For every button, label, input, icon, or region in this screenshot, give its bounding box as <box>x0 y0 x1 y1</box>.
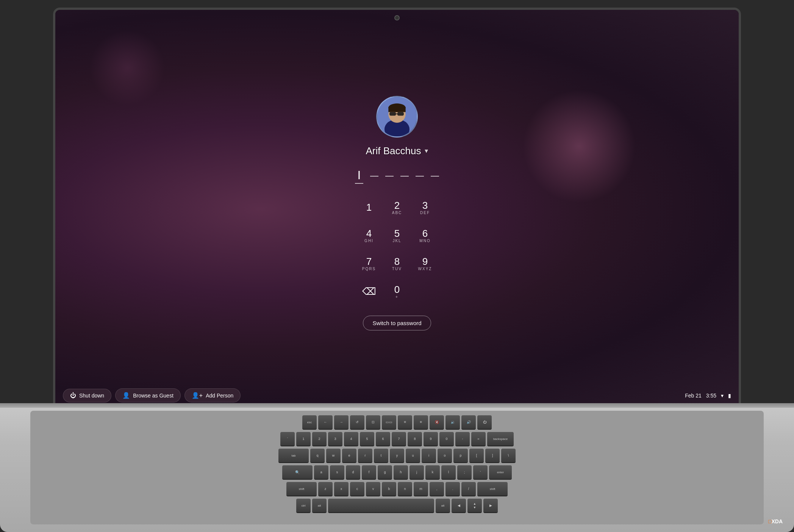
key-ctrl[interactable]: ctrl <box>296 499 311 513</box>
shut-down-button[interactable]: ⏻ Shut down <box>63 389 111 402</box>
key-3[interactable]: 3 <box>328 432 342 446</box>
key-slash[interactable]: / <box>461 482 476 496</box>
numpad-key-7[interactable]: 7 PQRS <box>356 250 382 277</box>
key-u[interactable]: u <box>406 449 420 463</box>
key-forward[interactable]: → <box>334 415 349 430</box>
key-v[interactable]: v <box>366 482 380 496</box>
numpad-key-2[interactable]: 2 ABC <box>384 194 410 221</box>
key-fullscreen[interactable]: ⊡ <box>366 415 380 430</box>
pin-char-entered: I <box>355 168 363 184</box>
key-comma[interactable]: , <box>430 482 444 496</box>
key-overview[interactable]: ▭▭ <box>382 415 396 430</box>
key-tab[interactable]: tab <box>278 449 309 463</box>
key-m[interactable]: m <box>414 482 428 496</box>
xda-text: XDA <box>771 518 783 524</box>
numpad-key-0[interactable]: 0 + <box>384 279 410 305</box>
key-d[interactable]: d <box>346 465 360 480</box>
key-vol-up[interactable]: 🔊 <box>461 415 476 430</box>
key-t[interactable]: t <box>374 449 388 463</box>
key-equals[interactable]: = <box>471 432 486 446</box>
key-b[interactable]: b <box>382 482 396 496</box>
key-arrow-up-down[interactable]: ▲▼ <box>467 499 482 513</box>
key-shift-right[interactable]: shift <box>477 482 508 496</box>
key-semicolon[interactable]: ; <box>457 465 472 480</box>
key-r[interactable]: r <box>358 449 372 463</box>
key-1[interactable]: 1 <box>296 432 311 446</box>
key-refresh[interactable]: ↺ <box>350 415 364 430</box>
key-5[interactable]: 5 <box>360 432 374 446</box>
username-display[interactable]: Arif Bacchus ▾ <box>366 145 428 157</box>
numpad-key-1[interactable]: 1 <box>356 194 382 221</box>
key-0[interactable]: 0 <box>439 432 454 446</box>
key-9[interactable]: 9 <box>424 432 438 446</box>
key-8[interactable]: 8 <box>408 432 422 446</box>
add-person-button[interactable]: 👤+ Add Person <box>184 388 241 402</box>
key-vol-down[interactable]: 🔉 <box>445 415 460 430</box>
key-x[interactable]: x <box>334 482 349 496</box>
key-enter[interactable]: enter <box>489 465 512 480</box>
key-g[interactable]: g <box>378 465 392 480</box>
key-2[interactable]: 2 <box>312 432 327 446</box>
key-space[interactable] <box>328 499 434 513</box>
key-mute[interactable]: 🔇 <box>430 415 444 430</box>
key-h[interactable]: h <box>394 465 408 480</box>
key-s[interactable]: s <box>330 465 344 480</box>
keyboard-row-2: ` 1 2 3 4 5 6 7 8 9 0 - = backspace <box>35 432 759 446</box>
key-power[interactable]: ⏻ <box>477 415 492 430</box>
key-y[interactable]: y <box>390 449 404 463</box>
pin-placeholder-4 <box>416 175 424 177</box>
key-backslash[interactable]: \ <box>501 449 516 463</box>
pin-placeholder-2 <box>385 175 394 177</box>
key-4[interactable]: 4 <box>344 432 358 446</box>
key-k[interactable]: k <box>425 465 440 480</box>
key-alt-right[interactable]: alt <box>436 499 450 513</box>
key-w[interactable]: w <box>326 449 341 463</box>
key-a[interactable]: a <box>314 465 328 480</box>
key-minus[interactable]: - <box>455 432 470 446</box>
key-alt[interactable]: alt <box>312 499 327 513</box>
key-p[interactable]: p <box>453 449 468 463</box>
key-e[interactable]: e <box>342 449 356 463</box>
key-bracket-open[interactable]: [ <box>469 449 484 463</box>
pin-placeholder-3 <box>400 175 409 177</box>
status-date: Feb 21 <box>685 393 702 399</box>
key-z[interactable]: z <box>318 482 333 496</box>
key-backtick[interactable]: ` <box>280 432 295 446</box>
key-n[interactable]: n <box>398 482 412 496</box>
power-icon: ⏻ <box>70 392 76 399</box>
numpad-key-9[interactable]: 9 WXYZ <box>412 250 438 277</box>
user-avatar[interactable] <box>376 96 418 138</box>
key-brightness-down[interactable]: ☀ <box>398 415 412 430</box>
bottom-left-buttons: ⏻ Shut down 👤 Browse as Guest 👤+ Add Per… <box>63 388 241 402</box>
key-arrow-right[interactable]: ▶ <box>483 499 498 513</box>
key-l[interactable]: l <box>441 465 456 480</box>
key-arrow-left[interactable]: ◀ <box>452 499 466 513</box>
key-f[interactable]: f <box>362 465 376 480</box>
key-6[interactable]: 6 <box>376 432 390 446</box>
numpad-key-8[interactable]: 8 TUV <box>384 250 410 277</box>
key-7[interactable]: 7 <box>392 432 406 446</box>
key-q[interactable]: q <box>310 449 325 463</box>
key-i[interactable]: i <box>422 449 436 463</box>
key-back[interactable]: ← <box>318 415 333 430</box>
key-shift-left[interactable]: shift <box>286 482 317 496</box>
lock-screen-content: Arif Bacchus ▾ I 1 <box>55 10 739 408</box>
key-quote[interactable]: ' <box>473 465 488 480</box>
key-bracket-close[interactable]: ] <box>485 449 500 463</box>
key-esc[interactable]: esc <box>302 415 317 430</box>
numpad-key-5[interactable]: 5 JKL <box>384 222 410 249</box>
key-period[interactable]: . <box>445 482 460 496</box>
switch-to-password-button[interactable]: Switch to password <box>363 316 431 330</box>
numpad-backspace-key[interactable]: ⌫ <box>356 279 382 305</box>
key-c[interactable]: c <box>350 482 364 496</box>
browse-as-guest-button[interactable]: 👤 Browse as Guest <box>115 388 181 402</box>
numpad-key-6[interactable]: 6 MNO <box>412 222 438 249</box>
numpad-key-3[interactable]: 3 DEF <box>412 194 438 221</box>
key-brightness-up[interactable]: ☀ <box>414 415 428 430</box>
svg-rect-7 <box>388 107 405 112</box>
key-o[interactable]: o <box>438 449 452 463</box>
key-j[interactable]: j <box>410 465 424 480</box>
key-backspace[interactable]: backspace <box>487 432 514 446</box>
numpad-key-4[interactable]: 4 GHI <box>356 222 382 249</box>
key-search[interactable]: 🔍 <box>282 465 313 480</box>
